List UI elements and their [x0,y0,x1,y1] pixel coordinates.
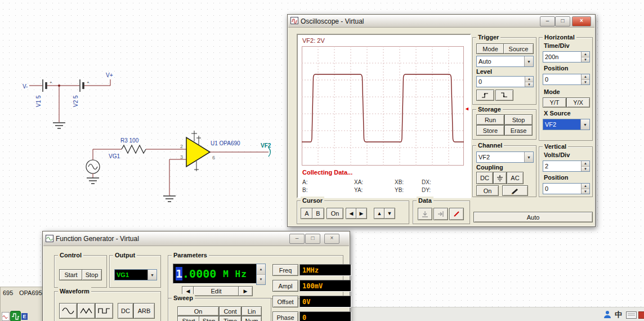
spin-down-icon[interactable]: ▼ [582,80,589,85]
trigger-mode-button[interactable]: Mode [476,43,504,54]
storage-stop-button[interactable]: Stop [504,114,533,125]
mode-yx-button[interactable]: Y/X [566,97,590,108]
cursor-up-icon[interactable]: ▲ [374,208,385,219]
opamp-u1[interactable] [186,131,210,171]
minimize-button[interactable]: – [289,234,305,244]
source-vg1[interactable] [86,160,100,173]
trigger-source-button[interactable]: Source [503,43,534,54]
sweep-start-button[interactable]: Start [177,316,200,321]
chevron-down-icon[interactable]: ▼ [524,56,533,66]
tray-badge-icon[interactable] [638,311,644,319]
coupling-ground-icon[interactable] [493,172,507,184]
spin-up-icon[interactable]: ▲ [582,161,589,167]
readout-yb: YB: [395,187,404,193]
spin-up-icon[interactable]: ▲ [582,52,589,57]
user-presence-icon[interactable] [603,310,611,320]
cursor-on-button[interactable]: On [327,208,343,219]
spin-up-icon[interactable]: ▲ [582,74,589,80]
trigger-level-marker-icon[interactable]: ◄ [464,106,469,112]
coupling-ac-button[interactable]: AC [507,172,524,184]
graph-data-icon[interactable] [449,208,464,220]
cursor-a-button[interactable]: A [301,208,313,219]
maximize-button[interactable]: □ [555,16,570,26]
export-data-icon[interactable] [433,208,448,220]
falling-edge-trigger-icon[interactable] [495,90,513,101]
battery-v2[interactable] [80,79,83,92]
spin-up-icon[interactable]: ▲ [582,184,589,189]
start-button[interactable]: Start [59,269,83,280]
edit-button[interactable]: Edit [193,286,239,296]
volts-div-spinner[interactable]: 2 ▲▼ [543,160,590,172]
frequency-display[interactable]: 1.0000 M Hz [173,264,261,284]
channel-select[interactable]: VF2 ▼ [476,151,534,163]
coupling-dc-button[interactable]: DC [476,172,493,184]
close-button[interactable]: × [324,234,339,244]
chevron-down-icon[interactable]: ▼ [147,270,156,280]
spin-down-icon[interactable]: ▼ [257,275,265,285]
cursor-down-icon[interactable]: ▼ [384,208,395,219]
sweep-time-button[interactable]: Time [219,316,242,321]
square-wave-icon[interactable] [95,303,113,319]
keyboard-icon[interactable] [626,311,637,319]
spin-down-icon[interactable]: ▼ [525,82,533,87]
x-source-select[interactable]: VF2 ▼ [543,119,590,130]
output-select[interactable]: VG1 ▼ [114,269,157,280]
document-icon[interactable] [2,312,10,321]
edit-right-icon[interactable]: ▶ [238,286,253,296]
offset-button[interactable]: Offset [272,296,298,307]
phase-button[interactable]: Phase [272,311,298,321]
cursor-right-icon[interactable]: ▶ [356,208,367,219]
sweep-num-button[interactable]: Num [242,316,262,321]
ground-symbol[interactable] [53,123,65,128]
spin-up-icon[interactable]: ▲ [257,264,265,275]
chevron-down-icon[interactable]: ▼ [524,152,533,162]
v-position-spinner[interactable]: 0 ▲▼ [543,183,590,194]
channel-on-button[interactable]: On [476,185,499,196]
pen-color-icon[interactable] [502,185,528,196]
sweep-cont-button[interactable]: Cont [219,306,242,316]
storage-store-button[interactable]: Store [476,125,504,136]
battery-v1[interactable] [43,79,46,92]
time-div-spinner[interactable]: 200n ▲▼ [543,51,590,63]
freq-button[interactable]: Freq [272,264,298,276]
ime-language-icon[interactable]: 中 [615,310,622,320]
ampl-button[interactable]: Ampl [272,280,298,292]
storage-erase-button[interactable]: Erase [504,125,533,136]
h-position-spinner[interactable]: 0 ▲▼ [543,74,590,85]
sweep-stop-button[interactable]: Stop [199,316,219,321]
scope-plot[interactable] [302,46,464,166]
spin-up-icon[interactable]: ▲ [525,77,533,82]
minimize-button[interactable]: – [540,16,555,26]
scope-running-icon[interactable] [10,311,21,321]
ground-symbol[interactable] [163,196,176,202]
cursor-left-icon[interactable]: ◀ [346,208,357,219]
ground-symbol[interactable] [87,178,99,184]
maximize-button[interactable]: □ [305,234,320,244]
sweep-on-button[interactable]: On [177,306,219,316]
sine-wave-icon[interactable] [59,303,77,319]
resistor-r3[interactable] [122,145,146,153]
app-icon[interactable]: E [21,313,28,320]
spin-down-icon[interactable]: ▼ [582,57,589,63]
rising-edge-trigger-icon[interactable] [476,90,494,101]
spin-down-icon[interactable]: ▼ [582,167,589,172]
trigger-mode-select[interactable]: Auto ▼ [476,56,534,67]
mode-yt-button[interactable]: Y/T [543,97,566,108]
cursor-b-button[interactable]: B [312,208,324,219]
arb-wave-button[interactable]: ARB [133,303,155,319]
spin-down-icon[interactable]: ▼ [582,189,589,194]
close-button[interactable]: × [572,16,591,26]
triangle-wave-icon[interactable] [77,303,95,319]
storage-run-button[interactable]: Run [476,114,504,125]
opamp-wires[interactable] [169,152,269,195]
save-data-icon[interactable] [418,208,432,220]
probe-vf2-mark[interactable] [269,148,271,157]
sweep-lin-button[interactable]: Lin [242,306,262,316]
display-spinner[interactable]: ▲▼ [256,264,266,285]
dc-wave-button[interactable]: DC [118,303,133,319]
vg1-wires[interactable] [93,149,186,178]
chevron-down-icon[interactable]: ▼ [580,119,589,130]
auto-scale-button[interactable]: Auto [473,212,593,222]
stop-button[interactable]: Stop [82,269,102,280]
trigger-level-spinner[interactable]: 0 ▲▼ [476,76,534,87]
